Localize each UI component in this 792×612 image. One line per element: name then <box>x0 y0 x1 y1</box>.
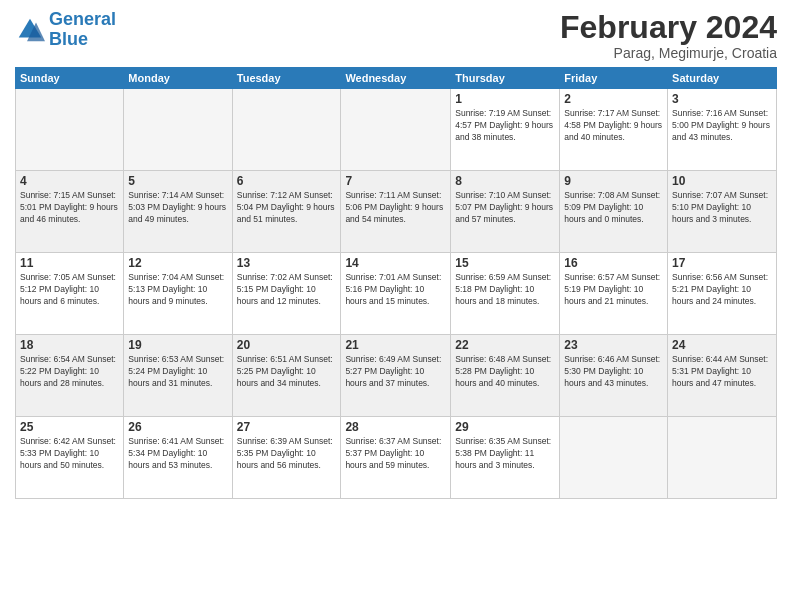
week-row-1: 1Sunrise: 7:19 AM Sunset: 4:57 PM Daylig… <box>16 89 777 171</box>
table-row: 22Sunrise: 6:48 AM Sunset: 5:28 PM Dayli… <box>451 335 560 417</box>
table-row: 4Sunrise: 7:15 AM Sunset: 5:01 PM Daylig… <box>16 171 124 253</box>
header-wednesday: Wednesday <box>341 68 451 89</box>
day-info: Sunrise: 6:39 AM Sunset: 5:35 PM Dayligh… <box>237 436 337 472</box>
day-info: Sunrise: 7:15 AM Sunset: 5:01 PM Dayligh… <box>20 190 119 226</box>
logo-icon <box>15 15 45 45</box>
day-info: Sunrise: 6:57 AM Sunset: 5:19 PM Dayligh… <box>564 272 663 308</box>
table-row: 27Sunrise: 6:39 AM Sunset: 5:35 PM Dayli… <box>232 417 341 499</box>
day-number: 18 <box>20 338 119 352</box>
table-row: 6Sunrise: 7:12 AM Sunset: 5:04 PM Daylig… <box>232 171 341 253</box>
table-row: 13Sunrise: 7:02 AM Sunset: 5:15 PM Dayli… <box>232 253 341 335</box>
logo: General Blue <box>15 10 116 50</box>
day-number: 12 <box>128 256 227 270</box>
header-friday: Friday <box>560 68 668 89</box>
table-row: 7Sunrise: 7:11 AM Sunset: 5:06 PM Daylig… <box>341 171 451 253</box>
day-number: 16 <box>564 256 663 270</box>
day-number: 23 <box>564 338 663 352</box>
table-row: 17Sunrise: 6:56 AM Sunset: 5:21 PM Dayli… <box>668 253 777 335</box>
day-info: Sunrise: 6:35 AM Sunset: 5:38 PM Dayligh… <box>455 436 555 472</box>
day-info: Sunrise: 6:41 AM Sunset: 5:34 PM Dayligh… <box>128 436 227 472</box>
header-sunday: Sunday <box>16 68 124 89</box>
day-info: Sunrise: 6:59 AM Sunset: 5:18 PM Dayligh… <box>455 272 555 308</box>
day-number: 27 <box>237 420 337 434</box>
day-number: 4 <box>20 174 119 188</box>
subtitle: Parag, Megimurje, Croatia <box>560 45 777 61</box>
day-number: 9 <box>564 174 663 188</box>
table-row: 3Sunrise: 7:16 AM Sunset: 5:00 PM Daylig… <box>668 89 777 171</box>
table-row <box>560 417 668 499</box>
day-number: 22 <box>455 338 555 352</box>
table-row: 23Sunrise: 6:46 AM Sunset: 5:30 PM Dayli… <box>560 335 668 417</box>
day-info: Sunrise: 7:04 AM Sunset: 5:13 PM Dayligh… <box>128 272 227 308</box>
week-row-5: 25Sunrise: 6:42 AM Sunset: 5:33 PM Dayli… <box>16 417 777 499</box>
day-number: 25 <box>20 420 119 434</box>
day-info: Sunrise: 6:53 AM Sunset: 5:24 PM Dayligh… <box>128 354 227 390</box>
day-info: Sunrise: 7:01 AM Sunset: 5:16 PM Dayligh… <box>345 272 446 308</box>
day-number: 14 <box>345 256 446 270</box>
day-info: Sunrise: 6:51 AM Sunset: 5:25 PM Dayligh… <box>237 354 337 390</box>
table-row: 12Sunrise: 7:04 AM Sunset: 5:13 PM Dayli… <box>124 253 232 335</box>
table-row: 5Sunrise: 7:14 AM Sunset: 5:03 PM Daylig… <box>124 171 232 253</box>
header-tuesday: Tuesday <box>232 68 341 89</box>
table-row: 20Sunrise: 6:51 AM Sunset: 5:25 PM Dayli… <box>232 335 341 417</box>
day-info: Sunrise: 6:49 AM Sunset: 5:27 PM Dayligh… <box>345 354 446 390</box>
day-info: Sunrise: 7:10 AM Sunset: 5:07 PM Dayligh… <box>455 190 555 226</box>
day-number: 5 <box>128 174 227 188</box>
table-row: 24Sunrise: 6:44 AM Sunset: 5:31 PM Dayli… <box>668 335 777 417</box>
calendar: Sunday Monday Tuesday Wednesday Thursday… <box>15 67 777 499</box>
day-number: 21 <box>345 338 446 352</box>
table-row <box>124 89 232 171</box>
day-number: 19 <box>128 338 227 352</box>
day-number: 2 <box>564 92 663 106</box>
day-number: 17 <box>672 256 772 270</box>
day-number: 8 <box>455 174 555 188</box>
day-info: Sunrise: 7:17 AM Sunset: 4:58 PM Dayligh… <box>564 108 663 144</box>
day-info: Sunrise: 6:48 AM Sunset: 5:28 PM Dayligh… <box>455 354 555 390</box>
week-row-3: 11Sunrise: 7:05 AM Sunset: 5:12 PM Dayli… <box>16 253 777 335</box>
day-number: 28 <box>345 420 446 434</box>
day-number: 24 <box>672 338 772 352</box>
header-saturday: Saturday <box>668 68 777 89</box>
table-row <box>16 89 124 171</box>
day-number: 29 <box>455 420 555 434</box>
header-thursday: Thursday <box>451 68 560 89</box>
table-row: 2Sunrise: 7:17 AM Sunset: 4:58 PM Daylig… <box>560 89 668 171</box>
table-row: 26Sunrise: 6:41 AM Sunset: 5:34 PM Dayli… <box>124 417 232 499</box>
day-info: Sunrise: 7:05 AM Sunset: 5:12 PM Dayligh… <box>20 272 119 308</box>
day-number: 26 <box>128 420 227 434</box>
table-row: 19Sunrise: 6:53 AM Sunset: 5:24 PM Dayli… <box>124 335 232 417</box>
table-row: 8Sunrise: 7:10 AM Sunset: 5:07 PM Daylig… <box>451 171 560 253</box>
day-number: 15 <box>455 256 555 270</box>
day-number: 11 <box>20 256 119 270</box>
day-number: 20 <box>237 338 337 352</box>
header-monday: Monday <box>124 68 232 89</box>
table-row: 9Sunrise: 7:08 AM Sunset: 5:09 PM Daylig… <box>560 171 668 253</box>
table-row: 11Sunrise: 7:05 AM Sunset: 5:12 PM Dayli… <box>16 253 124 335</box>
table-row: 25Sunrise: 6:42 AM Sunset: 5:33 PM Dayli… <box>16 417 124 499</box>
day-info: Sunrise: 7:16 AM Sunset: 5:00 PM Dayligh… <box>672 108 772 144</box>
table-row: 28Sunrise: 6:37 AM Sunset: 5:37 PM Dayli… <box>341 417 451 499</box>
title-block: February 2024 Parag, Megimurje, Croatia <box>560 10 777 61</box>
table-row <box>668 417 777 499</box>
day-info: Sunrise: 7:12 AM Sunset: 5:04 PM Dayligh… <box>237 190 337 226</box>
day-info: Sunrise: 6:56 AM Sunset: 5:21 PM Dayligh… <box>672 272 772 308</box>
day-info: Sunrise: 7:07 AM Sunset: 5:10 PM Dayligh… <box>672 190 772 226</box>
day-number: 3 <box>672 92 772 106</box>
day-number: 7 <box>345 174 446 188</box>
table-row: 21Sunrise: 6:49 AM Sunset: 5:27 PM Dayli… <box>341 335 451 417</box>
day-info: Sunrise: 6:44 AM Sunset: 5:31 PM Dayligh… <box>672 354 772 390</box>
day-info: Sunrise: 7:14 AM Sunset: 5:03 PM Dayligh… <box>128 190 227 226</box>
logo-line2: Blue <box>49 29 88 49</box>
day-info: Sunrise: 6:46 AM Sunset: 5:30 PM Dayligh… <box>564 354 663 390</box>
day-info: Sunrise: 6:54 AM Sunset: 5:22 PM Dayligh… <box>20 354 119 390</box>
table-row: 10Sunrise: 7:07 AM Sunset: 5:10 PM Dayli… <box>668 171 777 253</box>
day-info: Sunrise: 7:19 AM Sunset: 4:57 PM Dayligh… <box>455 108 555 144</box>
logo-line1: General <box>49 9 116 29</box>
day-info: Sunrise: 6:42 AM Sunset: 5:33 PM Dayligh… <box>20 436 119 472</box>
logo-text: General Blue <box>49 10 116 50</box>
week-row-4: 18Sunrise: 6:54 AM Sunset: 5:22 PM Dayli… <box>16 335 777 417</box>
table-row: 14Sunrise: 7:01 AM Sunset: 5:16 PM Dayli… <box>341 253 451 335</box>
week-row-2: 4Sunrise: 7:15 AM Sunset: 5:01 PM Daylig… <box>16 171 777 253</box>
month-title: February 2024 <box>560 10 777 45</box>
day-info: Sunrise: 7:11 AM Sunset: 5:06 PM Dayligh… <box>345 190 446 226</box>
